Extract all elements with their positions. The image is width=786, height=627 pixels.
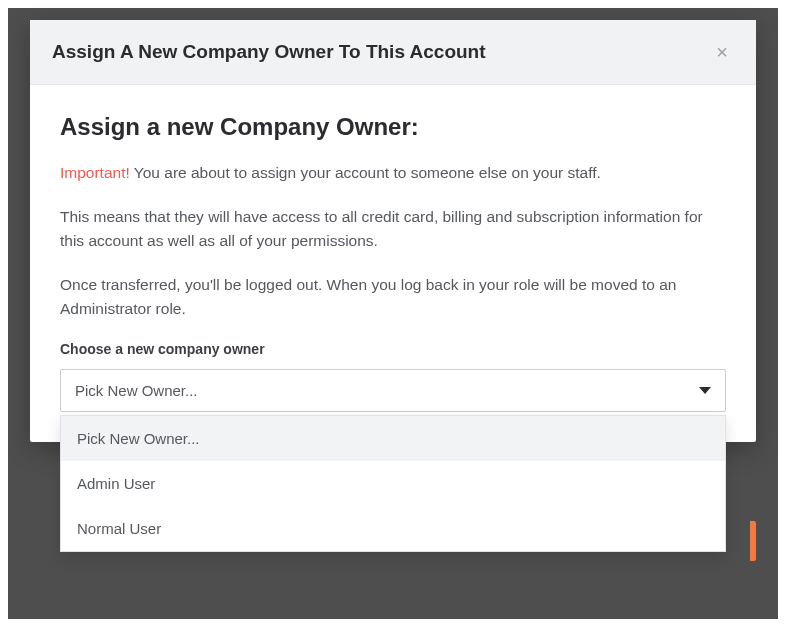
important-text: You are about to assign your account to … <box>130 164 601 181</box>
transfer-paragraph: Once transferred, you'll be logged out. … <box>60 273 726 321</box>
close-icon[interactable]: × <box>710 38 734 66</box>
important-label: Important! <box>60 164 130 181</box>
owner-option-placeholder[interactable]: Pick New Owner... <box>61 416 725 461</box>
access-paragraph: This means that they will have access to… <box>60 205 726 253</box>
owner-select-label: Choose a new company owner <box>60 341 726 357</box>
modal-title: Assign A New Company Owner To This Accou… <box>52 41 486 63</box>
owner-select[interactable]: Pick New Owner... <box>60 369 726 412</box>
section-heading: Assign a new Company Owner: <box>60 113 726 141</box>
modal-header: Assign A New Company Owner To This Accou… <box>30 20 756 85</box>
modal-body: Assign a new Company Owner: Important! Y… <box>30 85 756 442</box>
important-paragraph: Important! You are about to assign your … <box>60 161 726 185</box>
owner-select-wrap: Pick New Owner... Pick New Owner... Admi… <box>60 369 726 412</box>
hidden-button-edge <box>750 521 756 561</box>
owner-option-normal[interactable]: Normal User <box>61 506 725 551</box>
owner-option-admin[interactable]: Admin User <box>61 461 725 506</box>
assign-owner-modal: Assign A New Company Owner To This Accou… <box>30 20 756 442</box>
owner-select-value: Pick New Owner... <box>75 382 198 399</box>
chevron-down-icon <box>699 387 711 394</box>
owner-dropdown: Pick New Owner... Admin User Normal User <box>60 415 726 552</box>
